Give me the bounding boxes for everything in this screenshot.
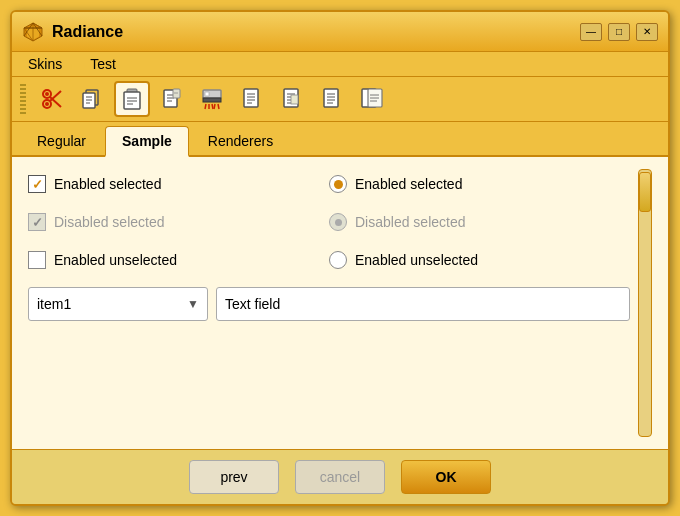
prev-button[interactable]: prev	[189, 460, 279, 494]
svg-rect-29	[205, 92, 209, 96]
menu-bar: Skins Test	[12, 52, 668, 77]
checkmark-disabled-selected: ✓	[32, 215, 43, 230]
main-window: Radiance — □ ✕ Skins Test	[10, 10, 670, 506]
scroll-area: ✓ Enabled selected Enabled selected	[28, 169, 652, 437]
doc1-icon	[239, 86, 265, 112]
checkbox-enabled-selected-col: ✓ Enabled selected	[28, 169, 329, 199]
option-row-1: ✓ Enabled selected Enabled selected	[28, 169, 630, 199]
svg-rect-47	[324, 89, 338, 107]
dropdown-value: item1	[37, 296, 71, 312]
svg-rect-26	[173, 89, 180, 98]
text-input[interactable]	[216, 287, 630, 321]
cancel-button[interactable]: cancel	[295, 460, 385, 494]
scrollbar-thumb[interactable]	[639, 172, 651, 212]
scissors-button[interactable]	[34, 81, 70, 117]
svg-point-11	[45, 92, 49, 96]
doc4-button[interactable]	[354, 81, 390, 117]
checkbox-enabled-unselected[interactable]	[28, 251, 46, 269]
radio-disabled-selected	[329, 213, 347, 231]
svg-rect-36	[244, 89, 258, 107]
toolbar-separator	[20, 84, 26, 114]
paste-button[interactable]	[114, 81, 150, 117]
radio-dot-disabled-selected	[335, 219, 342, 226]
maximize-button[interactable]: □	[608, 23, 630, 41]
input-row: item1 ▼	[28, 287, 630, 321]
checkbox-disabled-selected-col: ✓ Disabled selected	[28, 207, 329, 237]
vertical-scrollbar[interactable]	[638, 169, 652, 437]
checkmark-enabled-selected: ✓	[32, 177, 43, 192]
radio-enabled-unselected-col: Enabled unselected	[329, 245, 630, 275]
paste-icon	[119, 86, 145, 112]
label-radio-enabled-unselected: Enabled unselected	[355, 252, 478, 268]
tab-regular[interactable]: Regular	[20, 126, 103, 155]
doc4-icon	[359, 86, 385, 112]
radio-enabled-selected-col: Enabled selected	[329, 169, 630, 199]
radio-enabled-unselected[interactable]	[329, 251, 347, 269]
doc-paste-button[interactable]	[154, 81, 190, 117]
doc3-button[interactable]	[314, 81, 350, 117]
checkbox-enabled-selected[interactable]: ✓	[28, 175, 46, 193]
doc2-icon	[279, 86, 305, 112]
doc-paste-icon	[159, 86, 185, 112]
tab-sample[interactable]: Sample	[105, 126, 189, 157]
main-content: ✓ Enabled selected Enabled selected	[12, 157, 668, 449]
option-row-3: Enabled unselected Enabled unselected	[28, 245, 630, 275]
title-bar: Radiance — □ ✕	[12, 12, 668, 52]
dropdown[interactable]: item1 ▼	[28, 287, 208, 321]
option-row-2: ✓ Disabled selected Disabled selected	[28, 207, 630, 237]
window-controls: — □ ✕	[580, 23, 658, 41]
doc1-button[interactable]	[234, 81, 270, 117]
copy-icon	[79, 86, 105, 112]
menu-test[interactable]: Test	[84, 54, 122, 74]
copy-button[interactable]	[74, 81, 110, 117]
app-logo	[22, 21, 44, 43]
svg-point-10	[45, 102, 49, 106]
radio-disabled-selected-col: Disabled selected	[329, 207, 630, 237]
shredder-icon	[199, 86, 225, 112]
radio-enabled-selected[interactable]	[329, 175, 347, 193]
doc3-icon	[319, 86, 345, 112]
label-checkbox-enabled-selected: Enabled selected	[54, 176, 161, 192]
label-radio-enabled-selected: Enabled selected	[355, 176, 462, 192]
checkbox-enabled-unselected-col: Enabled unselected	[28, 245, 329, 275]
label-checkbox-disabled-selected: Disabled selected	[54, 214, 165, 230]
shredder-button[interactable]	[194, 81, 230, 117]
label-radio-disabled-selected: Disabled selected	[355, 214, 466, 230]
svg-rect-46	[291, 95, 298, 104]
minimize-button[interactable]: —	[580, 23, 602, 41]
svg-line-33	[212, 104, 213, 109]
toolbar	[12, 77, 668, 122]
scroll-content: ✓ Enabled selected Enabled selected	[28, 169, 630, 437]
svg-line-35	[218, 104, 219, 109]
svg-line-34	[214, 104, 215, 109]
menu-skins[interactable]: Skins	[22, 54, 68, 74]
tab-renderers[interactable]: Renderers	[191, 126, 290, 155]
close-button[interactable]: ✕	[636, 23, 658, 41]
window-title: Radiance	[52, 23, 580, 41]
svg-line-31	[205, 104, 206, 109]
ok-button[interactable]: OK	[401, 460, 491, 494]
doc2-button[interactable]	[274, 81, 310, 117]
scissors-icon	[39, 86, 65, 112]
chevron-down-icon: ▼	[187, 297, 199, 311]
radio-dot-enabled-selected	[334, 180, 343, 189]
tabs: Regular Sample Renderers	[12, 122, 668, 157]
bottom-bar: prev cancel OK	[12, 449, 668, 504]
label-checkbox-enabled-unselected: Enabled unselected	[54, 252, 177, 268]
checkbox-disabled-selected: ✓	[28, 213, 46, 231]
svg-rect-30	[203, 98, 221, 102]
